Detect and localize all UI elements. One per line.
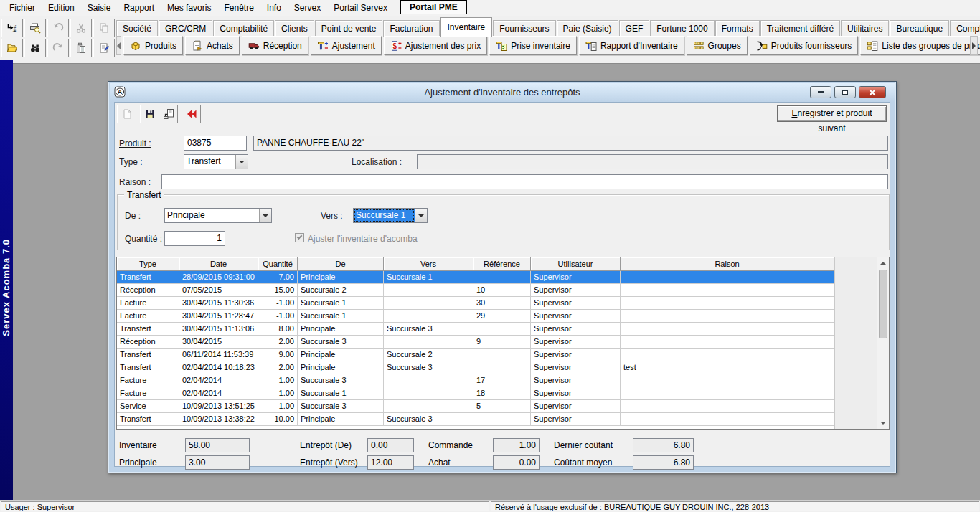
table-cell: 5	[473, 400, 531, 413]
menu-item-servex[interactable]: Servex	[288, 0, 327, 15]
type-combobox[interactable]: Transfert	[184, 154, 248, 169]
menu-item-rapport[interactable]: Rapport	[117, 0, 161, 15]
acomba-inc-button[interactable]: inc.	[1, 19, 23, 37]
scroll-up-button[interactable]	[877, 257, 889, 269]
table-cell	[384, 374, 473, 387]
column-header-utilisateur[interactable]: Utilisateur	[531, 257, 621, 271]
de-dropdown-button[interactable]	[259, 209, 271, 222]
menu-item-saisie[interactable]: Saisie	[81, 0, 118, 15]
tab-societe[interactable]: Société	[116, 20, 158, 37]
ribbon-prise-inventaire[interactable]: Prise inventaire	[489, 36, 577, 55]
menu-item-fichier[interactable]: Fichier	[3, 0, 42, 15]
table-cell: 10	[473, 284, 531, 297]
save-button[interactable]	[140, 105, 159, 123]
column-header-reference[interactable]: Référence	[473, 257, 531, 271]
quantite-field[interactable]: 1	[164, 231, 225, 246]
menu-item-mes-favoris[interactable]: Mes favoris	[161, 0, 217, 15]
save-new-button[interactable]	[159, 105, 178, 123]
ribbon-ajustement-des-prix[interactable]: $Ajustement des prix	[384, 36, 487, 55]
previous-product-button[interactable]	[182, 105, 201, 123]
close-button[interactable]	[859, 86, 886, 98]
table-cell	[384, 400, 473, 413]
table-cell: Facture	[117, 297, 179, 310]
column-header-vers[interactable]: Vers	[384, 257, 473, 271]
ribbon-produits[interactable]: Produits	[123, 36, 183, 55]
properties-button[interactable]	[93, 39, 115, 57]
scroll-down-button[interactable]	[877, 417, 889, 429]
scrollbar-thumb[interactable]	[879, 270, 887, 338]
toolbar-scroll-left-button[interactable]	[116, 36, 121, 55]
tab-fournisseurs[interactable]: Fournisseurs	[493, 20, 555, 37]
tab-point-de-vente[interactable]: Point de vente	[315, 20, 383, 37]
table-row[interactable]: Transfert10/09/2013 13:38:2210.00Princip…	[117, 413, 834, 426]
restore-button[interactable]	[834, 86, 856, 98]
ribbon-liste-des-groupes-de-produits[interactable]: Liste des groupes de produits	[860, 36, 980, 55]
undo-button	[47, 19, 69, 37]
ribbon-label: Réception	[263, 41, 302, 51]
menu-item-info[interactable]: Info	[260, 0, 288, 15]
table-row[interactable]: Transfert02/04/2014 10:18:232.00Principa…	[117, 361, 834, 374]
svg-text:inc.: inc.	[12, 24, 17, 32]
type-dropdown-button[interactable]	[235, 155, 248, 169]
ribbon-rapport-d-inventaire[interactable]: Rapport d'Inventaire	[579, 36, 684, 55]
tab-inventaire[interactable]: Inventaire	[440, 17, 493, 37]
open-button[interactable]	[1, 39, 23, 57]
column-header-type[interactable]: Type	[117, 257, 179, 271]
find-button[interactable]	[24, 39, 46, 57]
svg-text:$: $	[392, 42, 397, 49]
tab-clients[interactable]: Clients	[275, 20, 314, 37]
tab-utilitaires[interactable]: Utilitaires	[841, 20, 889, 37]
tab-gef[interactable]: GEF	[619, 20, 650, 37]
raison-field[interactable]	[161, 174, 888, 189]
tab-complements[interactable]: Compléments	[950, 20, 980, 37]
table-row[interactable]: Facture30/04/2015 11:30:36-1.00Succursal…	[117, 297, 834, 310]
vers-combobox[interactable]: Succursale 1	[353, 208, 428, 223]
table-row[interactable]: Facture02/04/2014-1.00Succursale 317Supe…	[117, 374, 834, 387]
toolbar-scroll-right-button[interactable]	[970, 36, 978, 55]
minimize-button[interactable]	[810, 86, 831, 98]
table-cell: Succursale 1	[298, 387, 384, 400]
column-header-de[interactable]: De	[298, 257, 384, 271]
tab-grc-crm[interactable]: GRC/CRM	[159, 20, 212, 37]
ribbon-produits-fournisseurs[interactable]: Produits fournisseurs	[750, 36, 859, 55]
column-header-date[interactable]: Date	[179, 257, 258, 271]
ribbon-groupes[interactable]: 123456Groupes	[687, 36, 748, 55]
tab-facturation[interactable]: Facturation	[383, 20, 439, 37]
table-row[interactable]: Facture30/04/2015 11:28:47-1.00Succursal…	[117, 310, 834, 323]
tab-bureautique[interactable]: Bureautique	[890, 20, 949, 37]
paste-button[interactable]	[70, 39, 92, 57]
table-cell: 07/05/2015	[179, 284, 258, 297]
summary-label-commande: Commande	[428, 440, 473, 450]
column-header-quantite[interactable]: Quantité	[258, 257, 298, 271]
vers-dropdown-button[interactable]	[415, 209, 427, 222]
table-row[interactable]: Réception07/05/201515.00Succursale 210Su…	[117, 284, 834, 297]
tab-paie-saisie[interactable]: Paie (Saisie)	[557, 20, 618, 37]
tab-fortune-1000[interactable]: Fortune 1000	[650, 20, 714, 37]
tab-formats[interactable]: Formats	[715, 20, 760, 37]
save-and-next-button[interactable]: Enregistrer et produit suivant	[777, 105, 887, 122]
table-row[interactable]: Transfert30/04/2015 11:13:068.00Principa…	[117, 323, 834, 336]
ribbon-achats[interactable]: Achats	[185, 36, 240, 55]
menu-item-portail-pme[interactable]: Portail PME	[400, 0, 467, 14]
de-combobox[interactable]: Principale	[164, 208, 272, 223]
table-row[interactable]: Transfert28/09/2015 09:31:007.00Principa…	[117, 271, 834, 284]
produit-code-field[interactable]: 03875	[184, 136, 247, 151]
menu-item-portail-servex[interactable]: Portail Servex	[327, 0, 394, 15]
menu-item-fenetre[interactable]: Fenêtre	[217, 0, 260, 15]
ribbon-ajustement[interactable]: Ajustement	[311, 36, 382, 55]
table-row[interactable]: Facture02/04/2014-1.00Succursale 118Supe…	[117, 387, 834, 400]
window-title-bar[interactable]: A Ajustement d'inventaire des entrepôts	[110, 83, 895, 102]
table-row[interactable]: Réception30/04/20152.00Succursale 39Supe…	[117, 336, 834, 349]
properties-icon	[98, 42, 110, 54]
column-header-raison[interactable]: Raison	[621, 257, 834, 271]
vertical-scrollbar[interactable]	[877, 257, 889, 429]
print-preview-button[interactable]	[24, 19, 46, 37]
table-row[interactable]: Service10/09/2013 13:51:25-1.00Succursal…	[117, 400, 834, 413]
produit-label[interactable]: Produit :	[119, 138, 151, 148]
tab-traitement-differe[interactable]: Traitement différé	[760, 20, 840, 37]
ribbon-reception[interactable]: Réception	[242, 36, 308, 55]
menu-item-edition[interactable]: Edition	[42, 0, 81, 15]
table-cell: Transfert	[117, 271, 179, 284]
table-row[interactable]: Transfert06/11/2014 11:53:399.00Principa…	[117, 349, 834, 361]
tab-comptabilite[interactable]: Comptabilité	[213, 20, 274, 37]
